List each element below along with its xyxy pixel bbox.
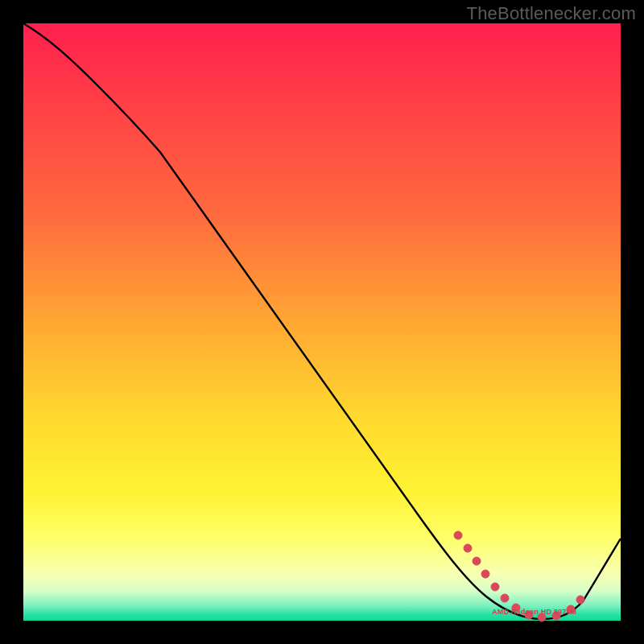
svg-point-0 (454, 531, 462, 539)
bottleneck-curve-svg (23, 23, 621, 621)
svg-point-1 (464, 544, 472, 552)
svg-point-11 (576, 596, 584, 604)
svg-point-3 (481, 570, 489, 578)
marker-label: AMD Radeon HD 8970M (492, 608, 576, 616)
chart-frame: TheBottlenecker.com AMD Radeon HD 89 (0, 0, 644, 644)
svg-point-5 (501, 594, 509, 602)
svg-point-4 (491, 583, 499, 591)
svg-point-2 (473, 557, 481, 565)
watermark-text: TheBottlenecker.com (467, 3, 636, 24)
plot-area: AMD Radeon HD 8970M (23, 23, 621, 621)
bottleneck-curve (23, 23, 621, 619)
